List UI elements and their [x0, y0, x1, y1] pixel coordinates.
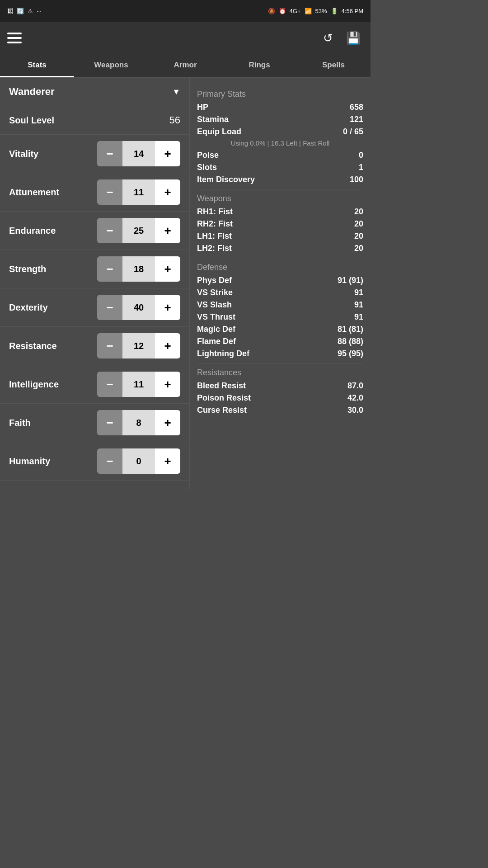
poison-resist-value: 42.0 [347, 393, 363, 403]
attunement-plus[interactable]: + [155, 179, 180, 205]
dropdown-arrow-icon: ▼ [172, 87, 180, 97]
faith-minus[interactable]: − [97, 410, 122, 435]
stat-row-intelligence: Intelligence − 11 + [0, 365, 189, 404]
endurance-minus[interactable]: − [97, 218, 122, 243]
stat-row-resistance: Resistance − 12 + [0, 327, 189, 365]
rh2-value: 20 [354, 219, 363, 229]
network-label: 4G+ [290, 8, 301, 14]
class-selector[interactable]: Wanderer ▼ [0, 78, 189, 106]
vitality-label: Vitality [9, 149, 97, 159]
reset-button[interactable]: ↺ [318, 28, 338, 48]
alert-icon: ⚠ [28, 8, 33, 14]
phys-def-value: 91 (91) [338, 276, 363, 285]
left-panel: Wanderer ▼ Soul Level 56 Vitality − 14 +… [0, 78, 190, 490]
resistance-label: Resistance [9, 341, 97, 351]
humanity-stepper: − 0 + [97, 448, 180, 474]
stamina-label: Stamina [197, 115, 229, 124]
intelligence-minus[interactable]: − [97, 372, 122, 397]
vs-strike-value: 91 [354, 288, 363, 297]
faith-label: Faith [9, 418, 97, 428]
strength-value: 18 [122, 256, 155, 282]
right-panel: Primary Stats HP 658 Stamina 121 Equip L… [190, 78, 371, 490]
lightning-def-value: 95 (95) [338, 349, 363, 359]
humanity-plus[interactable]: + [155, 448, 180, 474]
vitality-value: 14 [122, 141, 155, 166]
rh1-value: 20 [354, 207, 363, 217]
save-button[interactable]: 💾 [343, 28, 363, 48]
resistance-stepper: − 12 + [97, 333, 180, 359]
phys-def-row: Phys Def 91 (91) [197, 276, 363, 285]
equip-load-value: 0 / 65 [343, 127, 363, 137]
bleed-resist-value: 87.0 [347, 381, 363, 391]
stat-row-dexterity: Dexterity − 40 + [0, 288, 189, 327]
vs-strike-row: VS Strike 91 [197, 288, 363, 297]
stamina-value: 121 [350, 115, 363, 124]
divider-1 [197, 189, 363, 189]
tab-armor[interactable]: Armor [148, 54, 222, 77]
flame-def-label: Flame Def [197, 337, 236, 346]
rh1-label: RH1: Fist [197, 207, 233, 217]
endurance-label: Endurance [9, 226, 97, 236]
rh2-label: RH2: Fist [197, 219, 233, 229]
tab-rings[interactable]: Rings [222, 54, 296, 77]
bleed-resist-row: Bleed Resist 87.0 [197, 381, 363, 391]
stat-row-strength: Strength − 18 + [0, 250, 189, 288]
lightning-def-label: Lightning Def [197, 349, 249, 359]
humanity-value: 0 [122, 448, 155, 474]
stat-row-faith: Faith − 8 + [0, 404, 189, 442]
dexterity-minus[interactable]: − [97, 295, 122, 320]
poison-resist-label: Poison Resist [197, 393, 251, 403]
hamburger-line-3 [7, 42, 22, 43]
vitality-plus[interactable]: + [155, 141, 180, 166]
endurance-stepper: − 25 + [97, 218, 180, 243]
dexterity-label: Dexterity [9, 302, 97, 313]
hamburger-line-1 [7, 33, 22, 34]
lh2-value: 20 [354, 244, 363, 253]
strength-plus[interactable]: + [155, 256, 180, 282]
magic-def-label: Magic Def [197, 325, 235, 334]
vs-thrust-row: VS Thrust 91 [197, 312, 363, 322]
poise-row: Poise 0 [197, 151, 363, 160]
strength-label: Strength [9, 264, 97, 274]
resistance-minus[interactable]: − [97, 333, 122, 359]
intelligence-value: 11 [122, 372, 155, 397]
humanity-minus[interactable]: − [97, 448, 122, 474]
weapons-title: Weapons [197, 194, 363, 203]
stat-row-endurance: Endurance − 25 + [0, 212, 189, 250]
menu-button[interactable] [7, 30, 23, 46]
stat-row-humanity: Humanity − 0 + [0, 442, 189, 481]
dexterity-value: 40 [122, 295, 155, 320]
flame-def-value: 88 (88) [338, 337, 363, 346]
stat-row-vitality: Vitality − 14 + [0, 135, 189, 173]
hamburger-line-2 [7, 37, 22, 39]
item-discovery-row: Item Discovery 100 [197, 175, 363, 184]
primary-stats-title: Primary Stats [197, 90, 363, 99]
item-discovery-value: 100 [350, 175, 363, 184]
resistance-plus[interactable]: + [155, 333, 180, 359]
lh2-label: LH2: Fist [197, 244, 232, 253]
tab-weapons[interactable]: Weapons [74, 54, 148, 77]
faith-plus[interactable]: + [155, 410, 180, 435]
slots-value: 1 [359, 163, 363, 172]
signal-bars: 📶 [305, 8, 312, 14]
alarm-icon: ⏰ [279, 8, 286, 14]
tab-stats[interactable]: Stats [0, 54, 74, 77]
soul-level-row: Soul Level 56 [0, 106, 189, 135]
tab-spells[interactable]: Spells [296, 54, 371, 77]
faith-value: 8 [122, 410, 155, 435]
strength-minus[interactable]: − [97, 256, 122, 282]
attunement-minus[interactable]: − [97, 179, 122, 205]
hp-value: 658 [350, 103, 363, 112]
equip-load-label: Equip Load [197, 127, 241, 137]
lh1-value: 20 [354, 231, 363, 241]
endurance-plus[interactable]: + [155, 218, 180, 243]
dexterity-plus[interactable]: + [155, 295, 180, 320]
dexterity-stepper: − 40 + [97, 295, 180, 320]
attunement-label: Attunement [9, 187, 97, 198]
vitality-minus[interactable]: − [97, 141, 122, 166]
divider-3 [197, 363, 363, 363]
status-bar: 🖼 🔄 ⚠ ··· 🔕 ⏰ 4G+ 📶 53% 🔋 4:56 PM [0, 0, 371, 22]
phys-def-label: Phys Def [197, 276, 232, 285]
intelligence-plus[interactable]: + [155, 372, 180, 397]
rh1-row: RH1: Fist 20 [197, 207, 363, 217]
